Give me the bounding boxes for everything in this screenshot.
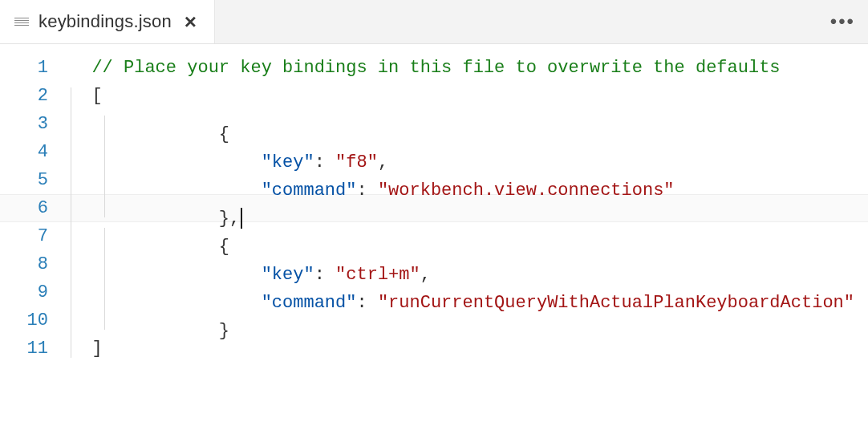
tab-overflow-icon[interactable]: ••• xyxy=(830,0,855,43)
line-number: 2 xyxy=(0,86,71,106)
line-number: 10 xyxy=(0,310,71,331)
line-number: 6 xyxy=(0,198,71,218)
line-number: 4 xyxy=(0,142,71,162)
code-editor[interactable]: 1 // Place your key bindings in this fil… xyxy=(0,44,868,422)
tab-filename: keybindings.json xyxy=(39,11,172,32)
code-line[interactable]: 11 ] xyxy=(0,335,868,363)
tab-keybindings[interactable]: keybindings.json × xyxy=(0,0,215,43)
close-icon[interactable]: × xyxy=(181,11,200,32)
line-number: 11 xyxy=(0,339,71,359)
line-number: 8 xyxy=(0,254,71,274)
tab-bar: keybindings.json × ••• xyxy=(0,0,868,44)
line-number: 3 xyxy=(0,114,71,134)
line-number: 9 xyxy=(0,282,71,302)
editor-window: keybindings.json × ••• 1 // Place your k… xyxy=(0,0,868,422)
line-number: 5 xyxy=(0,170,71,190)
file-icon xyxy=(14,14,29,29)
line-number: 7 xyxy=(0,226,71,246)
code-line[interactable]: 10 } xyxy=(0,306,868,335)
line-number: 1 xyxy=(0,58,71,78)
code-line[interactable]: 1 // Place your key bindings in this fil… xyxy=(0,54,868,82)
token-comment: // Place your key bindings in this file … xyxy=(91,58,780,78)
